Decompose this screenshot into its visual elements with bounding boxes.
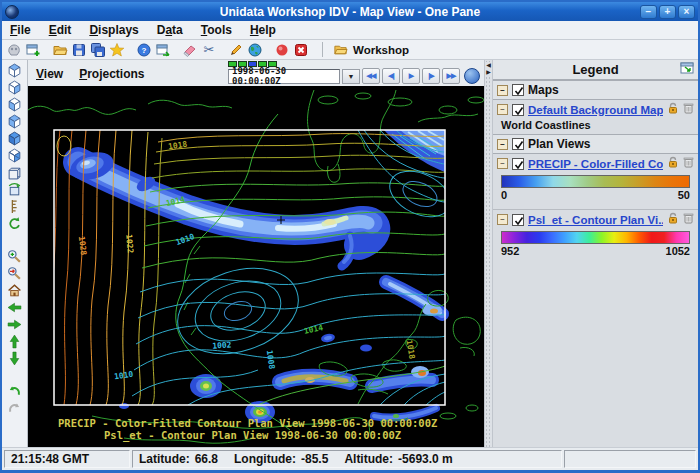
view-menu-bar: View Projections 1998-06-30 00:00:00Z ▼ — [28, 60, 484, 86]
capture-record-icon[interactable] — [274, 42, 290, 58]
trash-icon[interactable] — [683, 212, 694, 227]
wireframe-box-icon[interactable] — [7, 165, 22, 180]
collapse-expander-icon[interactable]: − — [497, 104, 508, 115]
maps-visibility-checkbox[interactable] — [512, 84, 524, 96]
save-as-icon[interactable] — [90, 42, 106, 58]
toolbar-separator — [322, 42, 323, 57]
panel-splitter[interactable]: ◀ ▶ — [484, 60, 493, 447]
minimize-button[interactable]: − — [640, 5, 657, 19]
undo-icon[interactable] — [7, 384, 22, 399]
help-icon[interactable]: ? — [136, 42, 152, 58]
lock-icon[interactable] — [667, 102, 679, 117]
collapse-left-icon[interactable]: ◀ — [486, 62, 491, 69]
perspective-left-cube-icon[interactable] — [7, 97, 22, 112]
vertical-scale-icon[interactable] — [7, 199, 22, 214]
menu-projections[interactable]: Projections — [79, 67, 144, 81]
refresh-view-icon[interactable] — [7, 216, 22, 231]
trash-icon[interactable] — [683, 102, 694, 117]
menu-help[interactable]: Help — [250, 23, 276, 37]
globe-icon[interactable] — [247, 42, 263, 58]
psl-checkbox[interactable] — [512, 214, 524, 226]
perspective-top-cube-icon[interactable] — [7, 63, 22, 78]
float-legend-icon[interactable] — [680, 62, 694, 77]
map-visualization: 1028 1022 1018 1014 1010 1010 1002 1008 … — [28, 86, 484, 447]
publish-window-icon[interactable] — [155, 42, 171, 58]
precip-link[interactable]: PRECIP - Color-Filled Co... — [528, 158, 663, 170]
legend-item-precip: − PRECIP - Color-Filled Co... — [493, 154, 698, 173]
collapse-expander-icon[interactable]: − — [497, 85, 508, 96]
rotate-view-icon[interactable] — [7, 182, 22, 197]
psl-colorbar-labels: 952 1052 — [501, 245, 690, 257]
pan-right-icon[interactable] — [7, 317, 22, 332]
collapse-expander-icon[interactable]: − — [497, 214, 508, 225]
maps-group-label: Maps — [528, 83, 559, 97]
psl-caption: Psl_et - Contour Plan View 1998-06-30 00… — [104, 429, 401, 442]
step-forward-button[interactable]: |▶ — [422, 68, 440, 84]
titlebar[interactable]: Unidata Workshop IDV - Map View - One Pa… — [2, 2, 698, 21]
menu-edit[interactable]: Edit — [49, 23, 72, 37]
latitude-value: 66.8 — [195, 452, 218, 466]
precip-colorbar-labels: 0 50 — [501, 189, 690, 201]
zoom-in-icon[interactable] — [7, 249, 22, 264]
go-to-start-button[interactable]: ◀◀ — [362, 68, 380, 84]
background-maps-link[interactable]: Default Background Maps — [528, 104, 663, 116]
maximize-button[interactable]: + — [659, 5, 676, 19]
pan-up-icon[interactable] — [7, 334, 22, 349]
time-display-field[interactable]: 1998-06-30 00:00:00Z — [228, 69, 340, 84]
stop-icon[interactable] — [293, 42, 309, 58]
precip-checkbox[interactable] — [512, 158, 524, 170]
precip-caption: PRECIP - Color-Filled Contour Plan View … — [58, 417, 437, 429]
precip-colorbar[interactable] — [501, 175, 690, 188]
step-back-button[interactable]: ◀| — [382, 68, 400, 84]
longitude-value: -85.5 — [301, 452, 328, 466]
trash-icon[interactable] — [683, 156, 694, 171]
menubar: File Edit Displays Data Tools Help — [2, 21, 698, 40]
solid-cube-icon[interactable] — [7, 131, 22, 146]
menu-tools[interactable]: Tools — [201, 23, 232, 37]
psl-colorbar[interactable] — [501, 231, 690, 244]
animation-properties-icon[interactable] — [464, 68, 480, 84]
psl-max: 1052 — [666, 245, 690, 257]
perspective-right-cube-icon[interactable] — [7, 80, 22, 95]
workshop-button[interactable]: Workshop — [332, 42, 409, 58]
main-content: View Projections 1998-06-30 00:00:00Z ▼ — [2, 60, 698, 447]
menu-data[interactable]: Data — [157, 23, 183, 37]
pan-left-icon[interactable] — [7, 300, 22, 315]
menu-file[interactable]: File — [10, 23, 31, 37]
map-canvas[interactable]: 1028 1022 1018 1014 1010 1010 1002 1008 … — [28, 86, 484, 447]
lock-icon[interactable] — [667, 156, 679, 171]
perspective-front-cube-icon[interactable] — [7, 114, 22, 129]
legend-group-maps: − Maps — [493, 80, 698, 100]
collapse-right-icon[interactable]: ▶ — [486, 69, 491, 76]
save-bundle-icon[interactable] — [71, 42, 87, 58]
collapse-expander-icon[interactable]: − — [497, 158, 508, 169]
menu-view[interactable]: View — [36, 67, 63, 81]
lock-icon[interactable] — [667, 212, 679, 227]
svg-text:1002: 1002 — [212, 340, 232, 350]
plan-views-visibility-checkbox[interactable] — [512, 138, 524, 150]
new-window-icon[interactable] — [25, 42, 41, 58]
menu-displays[interactable]: Displays — [89, 23, 138, 37]
time-dropdown-button[interactable]: ▼ — [342, 69, 360, 84]
favorites-star-icon[interactable] — [109, 42, 125, 58]
statusbar: 21:15:48 GMT Latitude:66.8 Longitude:-85… — [2, 447, 698, 470]
app-window: Unidata Workshop IDV - Map View - One Pa… — [0, 0, 700, 473]
zoom-reset-icon[interactable] — [7, 266, 22, 281]
collapse-expander-icon[interactable]: − — [497, 139, 508, 150]
go-to-end-button[interactable]: ▶▶ — [442, 68, 460, 84]
psl-link[interactable]: Psl_et - Contour Plan Vi... — [528, 214, 663, 226]
redo-icon[interactable] — [7, 401, 22, 416]
open-bundle-icon[interactable] — [52, 42, 68, 58]
eraser-icon[interactable] — [182, 42, 198, 58]
close-button[interactable]: × — [678, 5, 695, 19]
background-maps-checkbox[interactable] — [512, 104, 524, 116]
show-dashboard-icon[interactable] — [6, 42, 22, 58]
pan-down-icon[interactable] — [7, 351, 22, 366]
altitude-label: Altitude: — [344, 452, 393, 466]
split-cube-icon[interactable] — [7, 148, 22, 163]
cut-icon[interactable]: ✂ — [201, 42, 217, 58]
home-view-icon[interactable] — [7, 283, 22, 298]
workshop-label: Workshop — [353, 44, 409, 56]
play-button[interactable]: ▶ — [402, 68, 420, 84]
edit-pencil-icon[interactable] — [228, 42, 244, 58]
